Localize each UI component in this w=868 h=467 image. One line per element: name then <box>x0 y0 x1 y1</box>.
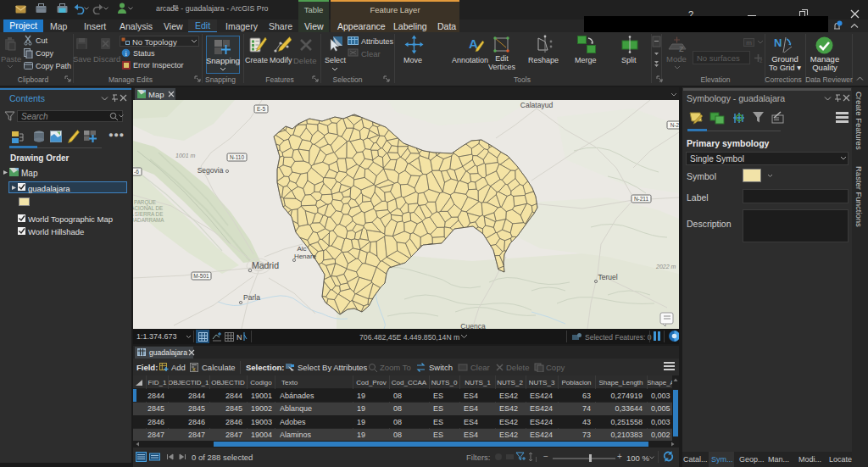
svg-text:Madrid: Madrid <box>252 260 279 270</box>
svg-text:1001 m: 1001 m <box>175 153 196 158</box>
svg-text:N: N <box>774 36 782 49</box>
svg-text:E-5: E-5 <box>257 106 266 112</box>
svg-text:-6: -6 <box>134 169 139 175</box>
svg-text:Cuenca: Cuenca <box>460 322 486 329</box>
svg-text:Parla: Parla <box>243 293 260 302</box>
svg-text:M-501: M-501 <box>193 273 209 279</box>
svg-text:Segovia: Segovia <box>198 166 224 175</box>
svg-text:Henare: Henare <box>294 253 317 260</box>
svg-text:x: x <box>192 366 196 372</box>
svg-text:N-110: N-110 <box>230 154 245 160</box>
svg-text:N: N <box>236 333 242 342</box>
svg-text:z: z <box>760 58 763 64</box>
svg-text:Teruel: Teruel <box>598 273 617 281</box>
svg-text:LA SIERRA DE: LA SIERRA DE <box>133 211 163 217</box>
svg-text:Z: Z <box>679 45 684 53</box>
svg-text:2022 m: 2022 m <box>655 264 676 270</box>
svg-text:NACIONAL DE: NACIONAL DE <box>133 205 163 211</box>
svg-text:GUADARRAMA: GUADARRAMA <box>133 217 164 223</box>
svg-text:N-2: N-2 <box>670 122 679 128</box>
svg-text:N-211: N-211 <box>634 196 649 202</box>
svg-text:Calatayud: Calatayud <box>520 101 554 109</box>
svg-text:Alc: Alc <box>297 245 306 253</box>
